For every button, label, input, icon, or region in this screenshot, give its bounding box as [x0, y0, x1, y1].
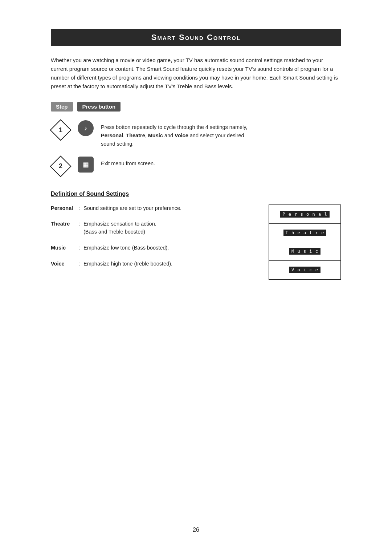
definition-section-title: Definition of Sound Settings [51, 191, 341, 197]
def-colon-music: : [79, 244, 81, 252]
def-desc-theatre: Emphasize sensation to action.(Bass and … [83, 220, 254, 236]
steps-container: 1 ♪ Press botton repeatedly to cycle thr… [51, 120, 341, 176]
step-label: Step [51, 102, 73, 112]
step-1-number-diamond: 1 [51, 120, 70, 140]
def-term-music: Music [51, 244, 76, 252]
step-2-text: Exit menu from screen. [101, 157, 155, 168]
definitions-section: Personal : Sound settings are set to you… [51, 204, 341, 280]
menu-item-theatre-label: T h e a t r e [283, 230, 327, 236]
def-colon-personal: : [79, 204, 81, 212]
step-2-number-diamond: 2 [51, 157, 70, 176]
menu-icon: ▦ [83, 161, 89, 169]
menu-item-personal: P e r s o n a l [269, 205, 340, 224]
step-1-number: 1 [59, 126, 62, 134]
menu-item-music-label: M u s i c [289, 248, 320, 255]
step-row-1: 1 ♪ Press botton repeatedly to cycle thr… [51, 120, 341, 149]
definition-section: Definition of Sound Settings Personal : … [51, 191, 341, 280]
def-desc-music: Emphasize low tone (Bass boosted). [83, 244, 254, 252]
page: Smart Sound Control Whether you are watc… [0, 0, 392, 555]
menu-item-voice: V o i c e [269, 261, 340, 279]
step-2-icon: ▦ [78, 157, 94, 173]
press-button-label: Press button [77, 102, 121, 112]
step-1-icon: ♪ [78, 120, 94, 136]
step-1-bold-voice: Voice [175, 133, 188, 138]
def-row-personal: Personal : Sound settings are set to you… [51, 204, 254, 212]
menu-panel: P e r s o n a l T h e a t r e M u s i c … [269, 204, 341, 280]
page-title: Smart Sound Control [58, 33, 334, 42]
step-2-number: 2 [59, 162, 62, 170]
def-colon-voice: : [79, 260, 81, 268]
step-row-2: 2 ▦ Exit menu from screen. [51, 157, 341, 176]
step-1-bold-terms: Personal [101, 133, 123, 138]
def-row-music: Music : Emphasize low tone (Bass boosted… [51, 244, 254, 252]
def-colon-theatre: : [79, 220, 81, 228]
def-term-personal: Personal [51, 204, 76, 212]
definitions-list: Personal : Sound settings are set to you… [51, 204, 254, 280]
menu-item-music: M u s i c [269, 242, 340, 261]
intro-text: Whether you are watching a movie or vide… [51, 56, 341, 91]
page-number: 26 [193, 527, 199, 533]
step-1-bold-music: Music [148, 133, 163, 138]
step-1-text: Press botton repeatedly to cycle through… [101, 120, 248, 149]
def-row-theatre: Theatre : Emphasize sensation to action.… [51, 220, 254, 236]
menu-item-personal-label: P e r s o n a l [280, 211, 329, 218]
def-term-voice: Voice [51, 260, 76, 268]
title-bar: Smart Sound Control [51, 29, 341, 46]
def-term-theatre: Theatre [51, 220, 76, 228]
def-row-voice: Voice : Emphasize high tone (treble boos… [51, 260, 254, 268]
def-desc-voice: Emphasize high tone (treble boosted). [83, 260, 254, 268]
music-note-icon: ♪ [84, 125, 87, 132]
step-header: Step Press button [51, 102, 341, 112]
step-1-bold-theatre: Theatre [126, 133, 145, 138]
def-desc-personal: Sound settings are set to your preferenc… [83, 204, 254, 212]
menu-item-voice-label: V o i c e [289, 267, 320, 273]
menu-item-theatre: T h e a t r e [269, 224, 340, 242]
